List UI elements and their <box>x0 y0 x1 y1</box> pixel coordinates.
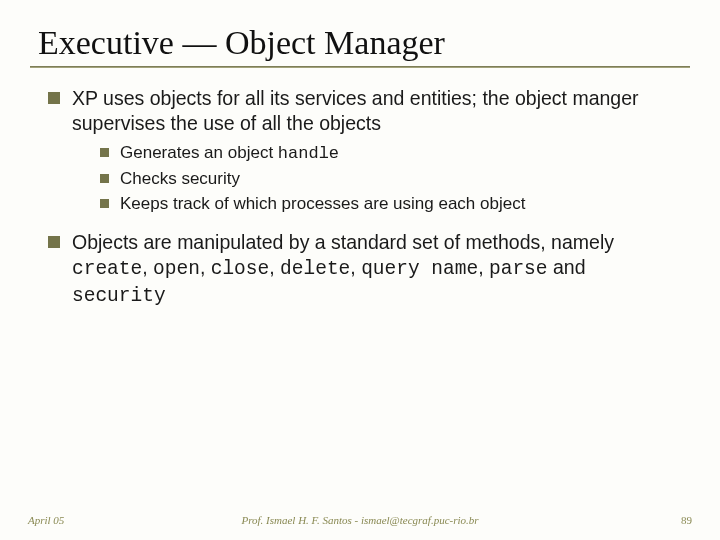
bullet-1-sublist: Generates an object handle Checks securi… <box>72 136 680 222</box>
slide-title: Executive — Object Manager <box>38 24 690 62</box>
sub-bullet-1-code: handle <box>278 144 339 163</box>
sub-bullet-1-text: Generates an object <box>120 143 278 162</box>
code-create: create <box>72 258 142 280</box>
code-security: security <box>72 285 166 307</box>
code-parse: parse <box>489 258 548 280</box>
code-open: open <box>153 258 200 280</box>
footer: April 05 Prof. Ismael H. F. Santos - ism… <box>0 514 720 526</box>
sub-bullet-2-text: Checks security <box>120 169 240 188</box>
sep1: , <box>142 256 153 278</box>
code-delete: delete <box>280 258 350 280</box>
bullet-2: Objects are manipulated by a standard se… <box>48 230 680 309</box>
sub-bullet-3-text: Keeps track of which processes are using… <box>120 194 525 213</box>
sub-bullet-1: Generates an object handle <box>100 142 680 165</box>
bullet-1-text: XP uses objects for all its services and… <box>72 87 639 134</box>
bullet-list: XP uses objects for all its services and… <box>30 86 690 309</box>
sep3: , <box>269 256 280 278</box>
slide-number: 89 <box>681 514 692 526</box>
code-queryname: query name <box>361 258 478 280</box>
sep5: , <box>478 256 489 278</box>
slide: Executive — Object Manager XP uses objec… <box>0 0 720 540</box>
sep4: , <box>350 256 361 278</box>
code-close: close <box>211 258 270 280</box>
title-rule <box>30 66 690 68</box>
bullet-2-text: Objects are manipulated by a standard se… <box>72 231 614 253</box>
sep2: , <box>200 256 211 278</box>
sub-bullet-3: Keeps track of which processes are using… <box>100 193 680 215</box>
footer-author: Prof. Ismael H. F. Santos - ismael@tecgr… <box>241 514 478 526</box>
footer-date: April 05 <box>28 514 64 526</box>
bullet-1: XP uses objects for all its services and… <box>48 86 680 222</box>
sub-bullet-2: Checks security <box>100 168 680 190</box>
sep6: and <box>548 256 586 278</box>
